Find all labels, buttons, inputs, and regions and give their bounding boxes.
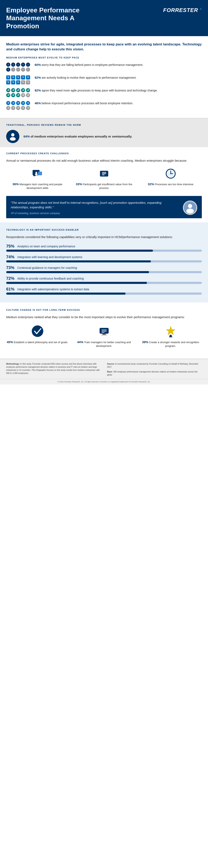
culture-card-2: 44% Train managers for better coaching a… xyxy=(73,324,135,348)
icon-empty: ! xyxy=(21,67,25,72)
bar-track-1 xyxy=(6,250,202,252)
tech-intro: Respondents considered the following cap… xyxy=(6,235,202,240)
bar-track-3 xyxy=(6,271,202,273)
icon-filled: ! xyxy=(6,67,10,72)
methodology-text: Methodology: In this study, Forrester co… xyxy=(6,362,101,376)
stat-text-46: 46% believe improved performance process… xyxy=(35,101,202,105)
icon-filled: ! xyxy=(11,63,15,67)
bar-pct-2: 74% xyxy=(6,255,15,259)
svg-rect-22 xyxy=(102,334,106,335)
challenge-text-3: 32% Processes are too time intensive xyxy=(148,182,194,186)
icon-empty: ⊙ xyxy=(16,106,20,110)
icon-filled: ↻ xyxy=(21,75,25,80)
base-label: Base: xyxy=(107,371,113,373)
base-content: 300 employee performance management deci… xyxy=(107,371,198,376)
icon-filled: ! xyxy=(16,63,20,67)
page-title: Employee Performance Management Needs A … xyxy=(6,6,97,30)
icon-filled: ⇄ xyxy=(21,88,25,92)
icon-filled: ⇄ xyxy=(26,88,30,92)
forrester-logo: FORRESTER ® xyxy=(163,7,202,13)
culture-label: CULTURE CHANGE IS KEY FOR LONG-TERM SUCC… xyxy=(6,309,202,311)
bar-fill-4 xyxy=(6,282,147,284)
award-icon xyxy=(164,324,177,338)
icon-empty: ⇄ xyxy=(26,93,30,97)
icon-empty: ↻ xyxy=(21,80,25,85)
training-icon xyxy=(98,324,111,338)
time-icon xyxy=(165,167,177,180)
copyright-text: © 2018 Forrester Research, Inc. All righ… xyxy=(58,381,150,383)
bar-desc-3: Contextual guidance to managers for coac… xyxy=(17,266,77,270)
challenges-label: CURRENT PROCESSES CREATE CHALLENGES xyxy=(6,152,202,155)
technology-section: TECHNOLOGY IS AN IMPORTANT SUCCESS ENABL… xyxy=(0,222,208,303)
stat-row-46: ⊙ ⊙ ⊙ ⊙ ⊙ ⊙ ⊙ ⊙ ⊙ ⊙ 46% believe improved… xyxy=(6,101,202,110)
icon-filled: ⊙ xyxy=(21,101,25,105)
icon-filled: ⇄ xyxy=(11,88,15,92)
challenge-card-2: 33% Participants get insufficient value … xyxy=(73,167,135,190)
icon-filled: ↻ xyxy=(11,75,15,80)
stat-icons-60: ! ! ! ! ! ! ! ! ! ! xyxy=(6,63,31,72)
tech-label: TECHNOLOGY IS AN IMPORTANT SUCCESS ENABL… xyxy=(6,228,202,231)
icon-filled: ↻ xyxy=(6,80,10,85)
icon-filled: ⊙ xyxy=(6,101,10,105)
icon-filled: ⇄ xyxy=(16,88,20,92)
svg-point-20 xyxy=(32,326,43,337)
bar-fill-3 xyxy=(6,271,149,273)
svg-point-0 xyxy=(11,133,14,136)
periodic-row: 64% of medium enterprises evaluate emplo… xyxy=(6,130,202,143)
icon-filled: ↻ xyxy=(16,80,20,85)
challenges-cards: 36% Managers lack coaching and people de… xyxy=(6,167,202,190)
quote-box: “The annual program does not lend itself… xyxy=(6,196,202,218)
svg-point-6 xyxy=(35,172,37,174)
bar-fill-2 xyxy=(6,260,151,262)
icon-filled: ↻ xyxy=(26,75,30,80)
bar-row-5: 61% Integration with sales/operations sy… xyxy=(6,287,202,294)
icon-filled: ↻ xyxy=(6,75,10,80)
icon-empty: ⊙ xyxy=(6,106,10,110)
icon-filled: ⊙ xyxy=(26,101,30,105)
challenge-card-3: 32% Processes are too time intensive xyxy=(139,167,202,190)
bar-pct-1: 75% xyxy=(6,244,15,249)
quote-text-block: “The annual program does not lend itself… xyxy=(11,200,179,215)
icon-empty: ⊙ xyxy=(21,106,25,110)
coaching-icon xyxy=(31,167,44,180)
icon-filled: ! xyxy=(26,63,30,67)
checkmark-icon xyxy=(31,324,44,338)
stat-text-60: 60% worry that they are falling behind p… xyxy=(35,63,202,67)
intro-section-label: MEDIUM ENTERPRISES MUST EVOLVE TO KEEP P… xyxy=(6,56,202,59)
bar-track-2 xyxy=(6,260,202,262)
icon-filled: ⇄ xyxy=(16,93,20,97)
bar-track-4 xyxy=(6,282,202,284)
challenges-section: CURRENT PROCESSES CREATE CHALLENGES Annu… xyxy=(0,147,208,222)
methodology-section: Methodology: In this study, Forrester co… xyxy=(0,359,208,379)
bar-label-row-1: 75% Analytics on team and company perfor… xyxy=(6,244,202,249)
header: Employee Performance Management Needs A … xyxy=(0,0,208,36)
svg-point-7 xyxy=(35,174,38,175)
source-text: Source: A commissioned study conducted b… xyxy=(107,362,202,376)
svg-rect-21 xyxy=(100,328,109,334)
culture-intro: Medium enterprises ranked what they cons… xyxy=(6,315,202,320)
stat-icons-46: ⊙ ⊙ ⊙ ⊙ ⊙ ⊙ ⊙ ⊙ ⊙ ⊙ xyxy=(6,101,31,110)
bar-row-1: 75% Analytics on team and company perfor… xyxy=(6,244,202,252)
bar-label-row-3: 73% Contextual guidance to managers for … xyxy=(6,265,202,270)
culture-cards: 45% Establish a talent philosophy and se… xyxy=(6,324,202,348)
stat-icons-82a: ↻ ↻ ↻ ↻ ↻ ↻ ↻ ↻ ↻ ↻ xyxy=(6,75,31,85)
bar-track-5 xyxy=(6,292,202,294)
culture-section: CULTURE CHANGE IS KEY FOR LONG-TERM SUCC… xyxy=(0,303,208,359)
svg-point-1 xyxy=(10,137,16,141)
svg-rect-4 xyxy=(38,172,42,175)
icon-empty: ! xyxy=(11,67,15,72)
bar-pct-5: 61% xyxy=(6,287,15,291)
icon-filled: ⇄ xyxy=(11,93,15,97)
source-label: Source: xyxy=(107,363,115,365)
stat-icons-82b: ⇄ ⇄ ⇄ ⇄ ⇄ ⇄ ⇄ ⇄ ⇄ ⇄ xyxy=(6,88,31,97)
svg-marker-27 xyxy=(166,326,175,335)
bar-desc-2: Integration with learning and developmen… xyxy=(17,255,82,259)
stat-row-82b: ⇄ ⇄ ⇄ ⇄ ⇄ ⇄ ⇄ ⇄ ⇄ ⇄ 82% agree they need … xyxy=(6,88,202,97)
copyright-footer: © 2018 Forrester Research, Inc. All righ… xyxy=(0,379,208,384)
icon-filled: ! xyxy=(21,63,25,67)
bar-desc-1: Analytics on team and company performanc… xyxy=(17,245,75,248)
stat-text-82b: 82% agree they need more agile processes… xyxy=(35,88,202,93)
stat-row-82a: ↻ ↻ ↻ ↻ ↻ ↻ ↻ ↻ ↻ ↻ 82% are actively loo… xyxy=(6,75,202,85)
icon-empty: ⊙ xyxy=(11,106,15,110)
bar-row-3: 73% Contextual guidance to managers for … xyxy=(6,265,202,273)
